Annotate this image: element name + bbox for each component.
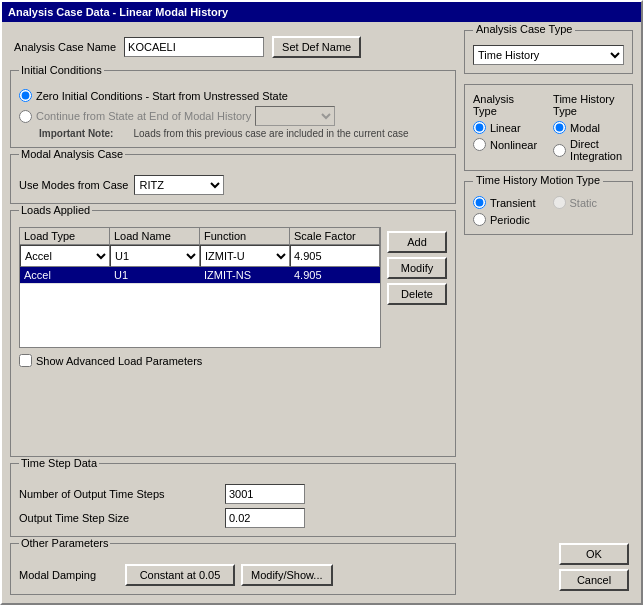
modify-button[interactable]: Modify (387, 257, 447, 279)
radio-direct-integration[interactable] (553, 144, 566, 157)
table-rows-container: Accel U1 IZMIT-NS 4.905 (20, 267, 380, 347)
analysis-type-group: Analysis Type Linear Nonlinear (473, 93, 537, 162)
set-def-name-button[interactable]: Set Def Name (272, 36, 361, 58)
continue-state-select[interactable] (255, 106, 335, 126)
step-size-label: Output Time Step Size (19, 512, 219, 524)
col-function: Function (200, 228, 290, 244)
delete-button[interactable]: Delete (387, 283, 447, 305)
radio-zero-initial-label: Zero Initial Conditions - Start from Uns… (36, 90, 288, 102)
timestep-section: Time Step Data Number of Output Time Ste… (10, 463, 456, 537)
modal-analysis-label: Modal Analysis Case (19, 148, 125, 160)
output-steps-label: Number of Output Time Steps (19, 488, 219, 500)
modal-damping-value-button[interactable]: Constant at 0.05 (125, 564, 235, 586)
analysis-type-label: Analysis Type (473, 93, 514, 117)
analysis-case-type-section: Analysis Case Type Time History Static M… (464, 30, 633, 74)
time-history-type-label: Time History Type (553, 93, 614, 117)
radio-direct-integration-label: Direct Integration (570, 138, 624, 162)
window-title: Analysis Case Data - Linear Modal Histor… (8, 6, 228, 18)
show-advanced-checkbox-row: Show Advanced Load Parameters (19, 354, 381, 367)
loads-applied-label: Loads Applied (19, 204, 92, 216)
initial-conditions-label: Initial Conditions (19, 64, 104, 76)
edit-scale-factor[interactable] (290, 245, 380, 267)
case-name-section: Analysis Case Name Set Def Name (10, 30, 456, 64)
case-name-input[interactable] (124, 37, 264, 57)
loads-applied-section: Loads Applied Load Type Load Name Functi… (10, 210, 456, 457)
other-params-label: Other Parameters (19, 537, 110, 549)
right-panel: Analysis Case Type Time History Static M… (464, 30, 633, 595)
radio-continue-state-label: Continue from State at End of Modal Hist… (36, 110, 251, 122)
motion-type-section: Time History Motion Type Transient Stati… (464, 181, 633, 235)
row-load-type: Accel (20, 267, 110, 283)
ok-button[interactable]: OK (559, 543, 629, 565)
col-load-name: Load Name (110, 228, 200, 244)
time-history-type-group: Time History Type Modal Direct Integrati… (553, 93, 624, 162)
radio-zero-initial[interactable] (19, 89, 32, 102)
edit-function[interactable]: IZMIT-U IZMIT-NS (200, 245, 290, 267)
table-edit-row: Accel Force U1 U2 U3 IZMIT-U (20, 245, 380, 267)
radio-static[interactable] (553, 196, 566, 209)
step-size-input[interactable] (225, 508, 305, 528)
show-advanced-checkbox[interactable] (19, 354, 32, 367)
radio-modal-label: Modal (570, 122, 600, 134)
row-function: IZMIT-NS (200, 267, 290, 283)
radio-static-label: Static (570, 197, 598, 209)
cancel-button[interactable]: Cancel (559, 569, 629, 591)
radio-periodic-label: Periodic (490, 214, 530, 226)
add-button[interactable]: Add (387, 231, 447, 253)
use-modes-select[interactable]: RITZ EIGEN (134, 175, 224, 195)
table-header: Load Type Load Name Function Scale Facto… (20, 228, 380, 245)
radio-transient[interactable] (473, 196, 486, 209)
modal-damping-label: Modal Damping (19, 569, 119, 581)
motion-type-label: Time History Motion Type (473, 174, 603, 186)
edit-load-name[interactable]: U1 U2 U3 (110, 245, 200, 267)
table-row[interactable]: Accel U1 IZMIT-NS 4.905 (20, 267, 380, 284)
row-scale-factor: 4.905 (290, 267, 380, 283)
col-load-type: Load Type (20, 228, 110, 244)
other-params-section: Other Parameters Modal Damping Constant … (10, 543, 456, 595)
radio-linear-label: Linear (490, 122, 521, 134)
modal-analysis-section: Modal Analysis Case Use Modes from Case … (10, 154, 456, 204)
case-name-label: Analysis Case Name (14, 41, 116, 53)
note-text: Loads from this previous case are includ… (113, 128, 408, 139)
use-modes-label: Use Modes from Case (19, 179, 128, 191)
modify-show-button[interactable]: Modify/Show... (241, 564, 333, 586)
col-scale-factor: Scale Factor (290, 228, 380, 244)
output-steps-input[interactable] (225, 484, 305, 504)
radio-periodic[interactable] (473, 213, 486, 226)
loads-table: Load Type Load Name Function Scale Facto… (19, 227, 381, 348)
radio-nonlinear-label: Nonlinear (490, 139, 537, 151)
analysis-case-type-label: Analysis Case Type (473, 23, 575, 35)
row-load-name: U1 (110, 267, 200, 283)
initial-conditions-section: Initial Conditions Zero Initial Conditio… (10, 70, 456, 148)
radio-transient-label: Transient (490, 197, 535, 209)
show-advanced-label: Show Advanced Load Parameters (36, 355, 202, 367)
title-bar: Analysis Case Data - Linear Modal Histor… (2, 2, 641, 22)
main-window: Analysis Case Data - Linear Modal Histor… (0, 0, 643, 605)
timestep-label: Time Step Data (19, 457, 99, 469)
load-buttons: Add Modify Delete (387, 231, 447, 367)
edit-load-type[interactable]: Accel Force (20, 245, 110, 267)
analysis-case-type-select[interactable]: Time History Static Modal (473, 45, 624, 65)
radio-modal[interactable] (553, 121, 566, 134)
analysis-type-section: Analysis Type Linear Nonlinear (464, 84, 633, 171)
radio-nonlinear[interactable] (473, 138, 486, 151)
radio-linear[interactable] (473, 121, 486, 134)
note-prefix: Important Note: (39, 128, 113, 139)
radio-continue-state[interactable] (19, 110, 32, 123)
